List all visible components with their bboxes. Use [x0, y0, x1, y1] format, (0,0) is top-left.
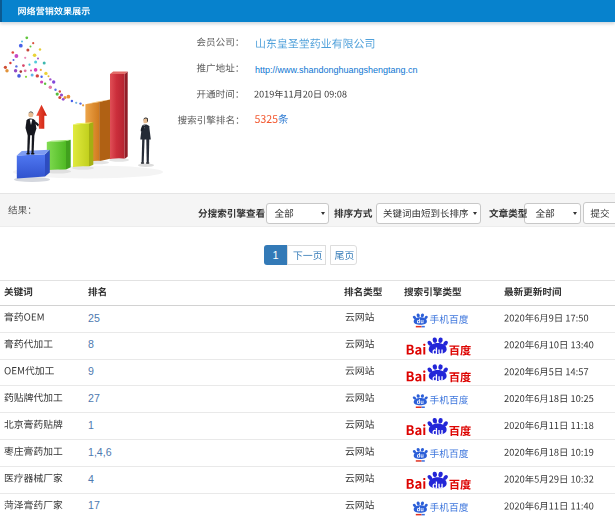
- svg-text:27: 27: [88, 392, 100, 404]
- svg-text:1,4,6: 1,4,6: [88, 446, 112, 458]
- svg-text:8: 8: [88, 338, 94, 350]
- svg-text:1: 1: [273, 249, 279, 261]
- svg-text:1: 1: [88, 419, 94, 431]
- svg-text:25: 25: [88, 312, 100, 324]
- svg-text:9: 9: [88, 365, 94, 377]
- svg-text:17: 17: [88, 499, 100, 511]
- svg-text:http://www.shandonghuangshengt: http://www.shandonghuangshengtang.cn: [255, 65, 418, 75]
- svg-text:4: 4: [88, 473, 94, 485]
